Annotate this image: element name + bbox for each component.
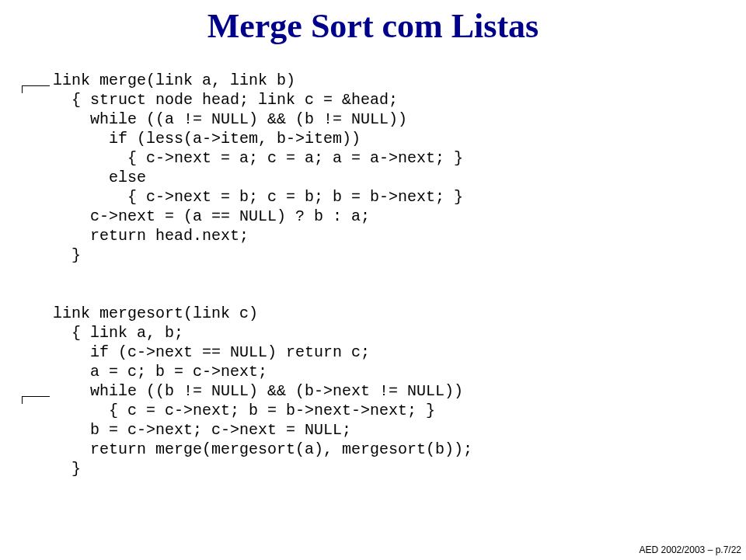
decorative-bracket-top-h: [36, 85, 50, 93]
decorative-bracket-mid: [22, 396, 36, 404]
decorative-bracket-mid-h: [36, 396, 50, 404]
code-block-container: link merge(link a, link b) { struct node…: [53, 71, 746, 478]
decorative-bracket-top: [22, 85, 36, 93]
page-footer: AED 2002/2003 – p.7/22: [640, 544, 741, 555]
page-title: Merge Sort com Listas: [0, 6, 746, 46]
code-block: link merge(link a, link b) { struct node…: [53, 71, 746, 478]
